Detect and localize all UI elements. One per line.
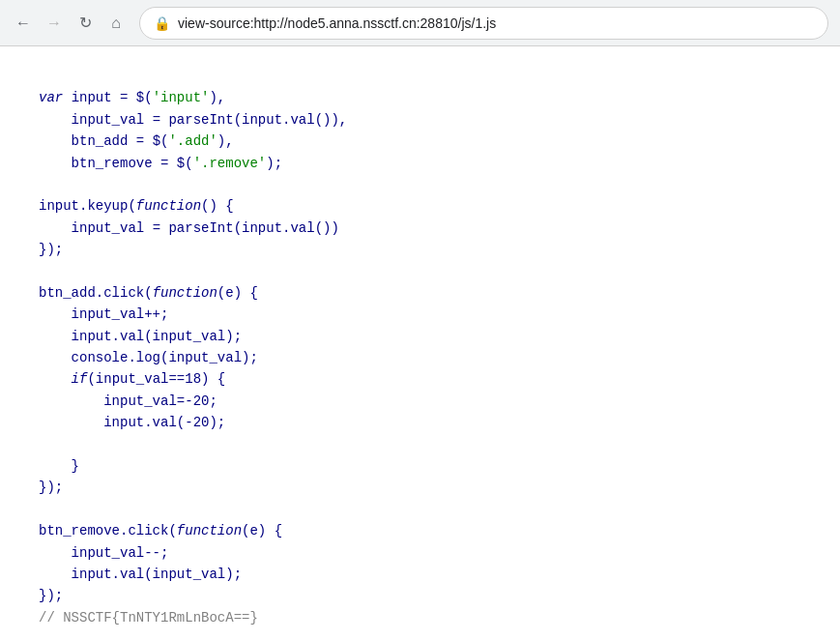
- code-line-2: input_val = parseInt(input.val()),: [39, 112, 347, 128]
- code-line-19: });: [39, 480, 63, 495]
- code-line-22: input_val--;: [39, 545, 168, 561]
- code-line-24: });: [39, 588, 63, 603]
- forward-button[interactable]: →: [43, 12, 66, 35]
- refresh-button[interactable]: ↻: [73, 12, 97, 35]
- code-line-3: btn_add = $('.add'),: [39, 133, 234, 149]
- code-line-4: btn_remove = $('.remove');: [39, 156, 282, 171]
- code-line-12: input.val(input_val);: [39, 329, 242, 344]
- code-line-13: console.log(input_val);: [39, 350, 258, 365]
- lock-icon: 🔒: [154, 15, 170, 31]
- code-line-21: btn_remove.click(function(e) {: [39, 523, 282, 538]
- code-line-10: btn_add.click(function(e) {: [39, 285, 258, 301]
- code-line-15: input_val=-20;: [39, 393, 217, 409]
- code-line-16: input.val(-20);: [39, 415, 225, 430]
- url-text: view-source:http://node5.anna.nssctf.cn:…: [178, 15, 814, 31]
- home-button[interactable]: ⌂: [104, 12, 128, 35]
- back-button[interactable]: ←: [12, 12, 35, 35]
- code-line-8: });: [39, 242, 63, 257]
- code-area: var input = $('input'), input_val = pars…: [0, 46, 840, 640]
- code-line-1: var input = $('input'),: [39, 90, 225, 105]
- code-line-25: // NSSCTF{TnNTY1RmLnBocA==}: [39, 610, 258, 625]
- code-line-14: if(input_val==18) {: [39, 371, 225, 387]
- code-line-6: input.keyup(function() {: [39, 198, 234, 214]
- address-bar[interactable]: 🔒 view-source:http://node5.anna.nssctf.c…: [139, 7, 828, 40]
- nav-buttons: ← → ↻ ⌂: [12, 12, 128, 35]
- code-line-18: }: [39, 458, 79, 474]
- code-line-11: input_val++;: [39, 306, 168, 322]
- browser-chrome: ← → ↻ ⌂ 🔒 view-source:http://node5.anna.…: [0, 0, 840, 46]
- code-line-7: input_val = parseInt(input.val()): [39, 220, 339, 236]
- code-line-23: input.val(input_val);: [39, 567, 242, 582]
